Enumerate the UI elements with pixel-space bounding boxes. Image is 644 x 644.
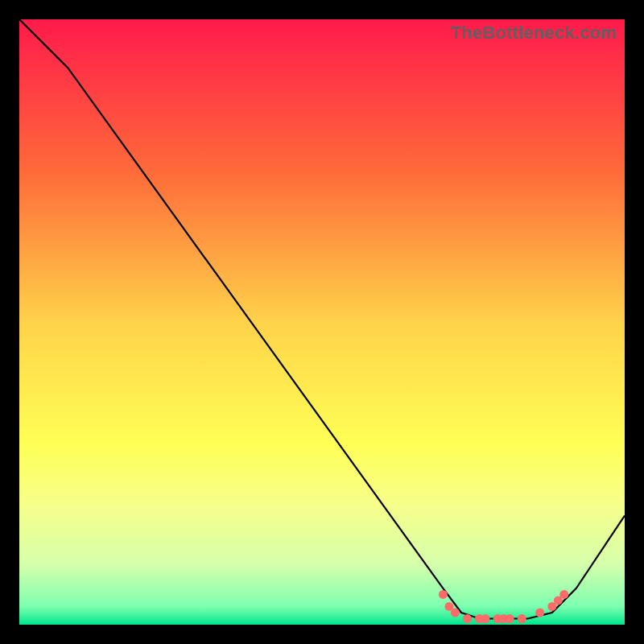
chart-plot: [19, 19, 625, 625]
marker-dot: [559, 590, 568, 599]
chart-background: [19, 19, 625, 625]
marker-dot: [518, 614, 526, 623]
marker-dot: [463, 614, 472, 623]
marker-dot: [481, 614, 490, 623]
marker-dot: [439, 590, 448, 599]
marker-dot: [506, 614, 514, 623]
watermark-text: TheBottleneck.com: [451, 23, 617, 43]
chart-frame: TheBottleneck.com: [19, 19, 625, 625]
marker-dot: [451, 609, 460, 617]
marker-dot: [535, 609, 544, 617]
